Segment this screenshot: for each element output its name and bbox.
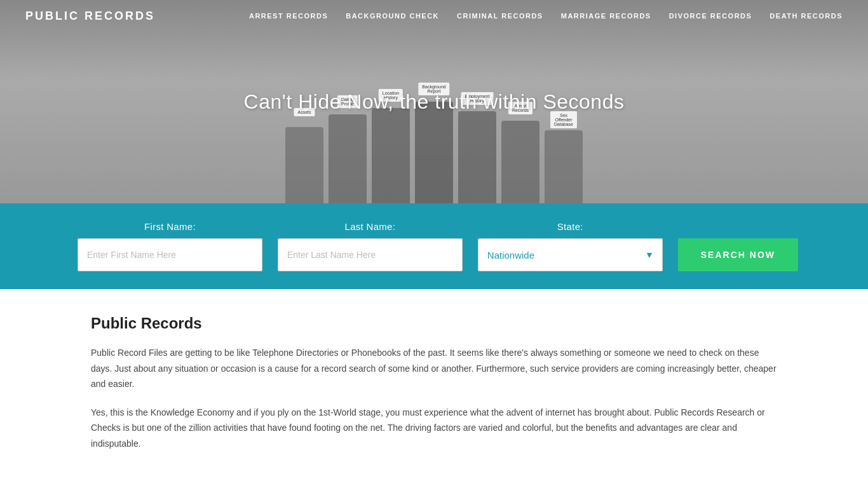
person-5: EmploymentHistory [458, 111, 496, 203]
state-label: State: [557, 221, 583, 232]
search-button-wrapper: SEARCH NOW [670, 238, 798, 271]
content-paragraph-2: Yes, this is the Knowledge Economy and i… [91, 405, 777, 452]
hero-illustration: Assets DatingProfile LocationHistory Bac… [283, 102, 585, 203]
nav-criminal-records[interactable]: CRIMINAL RECORDS [457, 12, 543, 20]
nav-divorce-records[interactable]: DIVORCE RECORDS [669, 12, 752, 20]
site-logo[interactable]: PUBLIC RECORDS [25, 10, 155, 23]
search-now-button[interactable]: SEARCH NOW [678, 238, 798, 271]
state-select[interactable]: Nationwide Alabama Alaska Arizona Arkans… [478, 238, 663, 271]
last-name-label: Last Name: [345, 221, 396, 232]
hero-title: Can't Hide Now, the truth within Seconds [244, 90, 625, 114]
last-name-input[interactable] [278, 238, 463, 271]
nav-background-check[interactable]: BACKGROUND CHECK [346, 12, 439, 20]
nav-death-records[interactable]: DEATH RECORDS [770, 12, 843, 20]
main-nav: ARREST RECORDS BACKGROUND CHECK CRIMINAL… [249, 12, 843, 20]
person-7: SexOffenderDatabase [545, 130, 583, 203]
person-1: Assets [285, 127, 323, 203]
search-section: First Name: Last Name: State: Nationwide… [0, 203, 868, 289]
first-name-input[interactable] [78, 238, 262, 271]
sign-sex-offender: SexOffenderDatabase [550, 111, 577, 128]
person-2: DatingProfile [329, 114, 367, 203]
site-header: PUBLIC RECORDS ARREST RECORDS BACKGROUND… [0, 0, 868, 32]
person-6: ArrestRecords [501, 121, 539, 203]
content-title: Public Records [91, 315, 777, 332]
person-4: BackgroundReport [415, 102, 453, 203]
person-3: LocationHistory [372, 108, 410, 203]
content-paragraph-1: Public Record Files are getting to be li… [91, 345, 777, 392]
first-name-label: First Name: [144, 221, 196, 232]
nav-marriage-records[interactable]: MARRIAGE RECORDS [561, 12, 651, 20]
content-section: Public Records Public Record Files are g… [72, 289, 796, 488]
nav-arrest-records[interactable]: ARREST RECORDS [249, 12, 328, 20]
last-name-field: Last Name: [270, 221, 470, 271]
first-name-field: First Name: [70, 221, 270, 271]
state-select-container: Nationwide Alabama Alaska Arizona Arkans… [478, 238, 663, 271]
state-field: State: Nationwide Alabama Alaska Arizona… [470, 221, 670, 271]
